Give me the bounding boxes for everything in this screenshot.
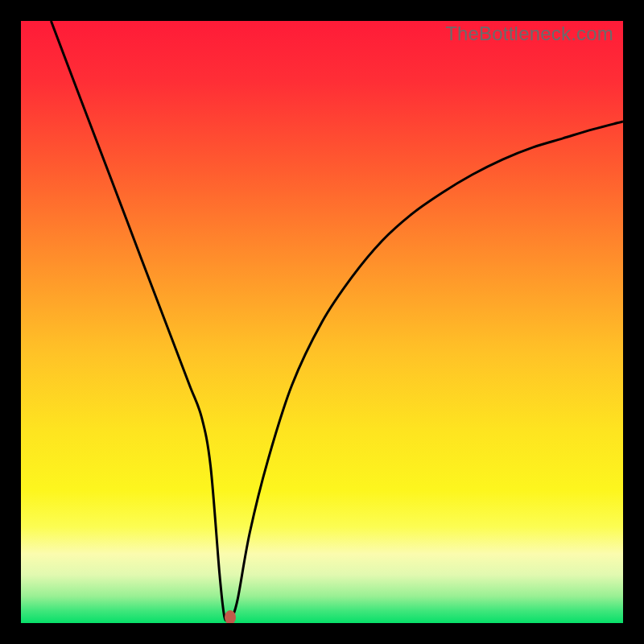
bottleneck-curve	[21, 21, 623, 623]
chart-frame: TheBottleneck.com	[0, 0, 644, 644]
plot-area: TheBottleneck.com	[21, 21, 623, 623]
optimal-point-marker	[225, 610, 236, 623]
